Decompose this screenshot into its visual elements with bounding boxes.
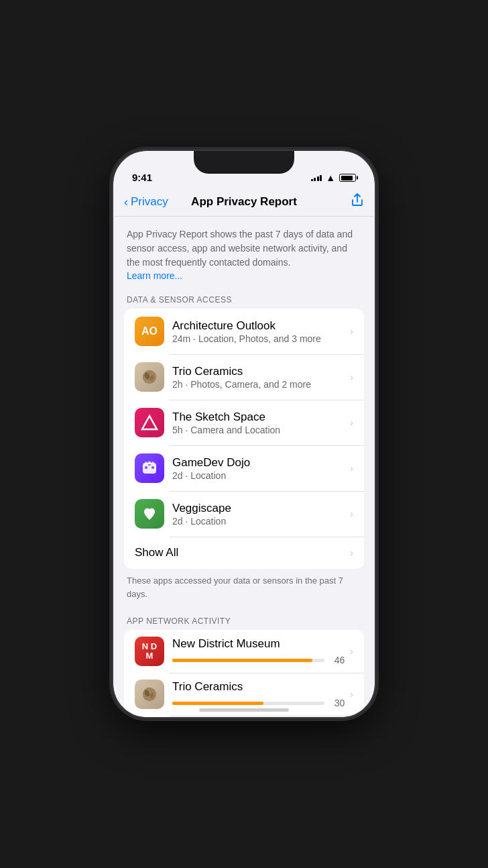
app-info: The Sketch Space 5h · Camera and Locatio… (172, 411, 345, 435)
screen-content: App Privacy Report shows the past 7 days… (113, 217, 375, 717)
share-button[interactable] (351, 193, 364, 211)
app-name: Trio Ceramics (172, 365, 345, 378)
chevron-right-icon: › (350, 326, 353, 337)
app-name: Architecture Outlook (172, 319, 345, 333)
network-activity-list: N DM New District Museum 46 › (124, 630, 364, 717)
notch (194, 151, 294, 174)
list-item[interactable]: The Sketch Space 5h · Camera and Locatio… (124, 400, 364, 445)
data-sensor-header: DATA & SENSOR ACCESS (113, 290, 375, 309)
chevron-right-icon: › (350, 508, 353, 519)
chevron-right-icon: › (350, 689, 353, 700)
svg-point-6 (151, 466, 154, 469)
network-info: Trio Ceramics 30 (172, 680, 345, 708)
battery-fill (341, 176, 353, 180)
app-detail: 2d · Location (172, 470, 345, 481)
svg-point-5 (145, 466, 147, 469)
app-name: Veggiscape (172, 502, 345, 515)
status-time: 9:41 (132, 172, 152, 183)
page-title: App Privacy Report (191, 195, 297, 209)
app-icon-vg (135, 499, 164, 529)
list-item[interactable]: The Sketch Space 35 › (124, 716, 364, 717)
list-item[interactable]: GameDev Dojo 2d · Location › (124, 445, 364, 491)
app-icon-ndm: N DM (135, 637, 164, 666)
activity-bar (172, 659, 324, 662)
show-all-button[interactable]: Show All › (124, 537, 364, 569)
app-detail: 5h · Camera and Location (172, 425, 345, 435)
phone-frame: 9:41 ▲ ‹ Privacy App Privacy Report (113, 151, 375, 717)
phone-screen: 9:41 ▲ ‹ Privacy App Privacy Report (113, 151, 375, 717)
app-icon-ao: AO (135, 317, 164, 346)
app-detail: 2d · Location (172, 516, 345, 527)
list-item[interactable]: N DM New District Museum 46 › (124, 630, 364, 673)
back-label: Privacy (131, 195, 168, 209)
network-info: New District Museum 46 (172, 637, 345, 665)
data-sensor-footer: These apps accessed your data or sensors… (113, 569, 375, 611)
app-name: The Sketch Space (172, 411, 345, 424)
app-info: Architecture Outlook 24m · Location, Pho… (172, 319, 345, 344)
app-name: New District Museum (172, 637, 345, 651)
app-name: GameDev Dojo (172, 456, 345, 470)
activity-bar (172, 702, 324, 705)
bar-count: 46 (328, 655, 345, 665)
chevron-right-icon: › (350, 547, 353, 558)
app-icon-gd (135, 453, 164, 483)
network-activity-header: APP NETWORK ACTIVITY (113, 611, 375, 630)
chevron-left-icon: ‹ (124, 196, 128, 208)
description-section: App Privacy Report shows the past 7 days… (113, 217, 375, 290)
app-info: GameDev Dojo 2d · Location (172, 456, 345, 481)
chevron-right-icon: › (350, 372, 353, 382)
back-button[interactable]: ‹ Privacy (124, 195, 168, 209)
battery-icon (339, 174, 356, 182)
bar-count: 30 (328, 698, 345, 708)
chevron-right-icon: › (350, 646, 353, 657)
svg-point-8 (148, 462, 151, 465)
show-all-label: Show All (135, 546, 345, 559)
chevron-right-icon: › (350, 417, 353, 428)
app-icon-tc (135, 362, 164, 392)
description-text: App Privacy Report shows the past 7 days… (127, 229, 353, 268)
list-item[interactable]: Veggiscape 2d · Location › (124, 491, 364, 537)
list-item[interactable]: Trio Ceramics 2h · Photos, Camera, and 2… (124, 354, 364, 400)
nav-bar: ‹ Privacy App Privacy Report (113, 187, 375, 217)
app-detail: 2h · Photos, Camera, and 2 more (172, 379, 345, 390)
home-indicator (199, 708, 289, 712)
chevron-right-icon: › (350, 463, 353, 474)
status-icons: ▲ (311, 172, 356, 183)
svg-point-9 (145, 462, 147, 464)
svg-marker-3 (142, 416, 157, 429)
app-info: Veggiscape 2d · Location (172, 502, 345, 527)
wifi-icon: ▲ (326, 172, 335, 183)
svg-point-10 (151, 462, 154, 464)
app-icon-tc (135, 680, 164, 709)
data-sensor-list: AO Architecture Outlook 24m · Location, … (124, 309, 364, 569)
app-icon-ss (135, 408, 164, 437)
signal-bars-icon (311, 175, 322, 181)
app-detail: 24m · Location, Photos, and 3 more (172, 333, 345, 344)
app-name: Trio Ceramics (172, 680, 345, 694)
learn-more-link[interactable]: Learn more... (127, 270, 182, 281)
app-info: Trio Ceramics 2h · Photos, Camera, and 2… (172, 365, 345, 390)
list-item[interactable]: AO Architecture Outlook 24m · Location, … (124, 309, 364, 354)
